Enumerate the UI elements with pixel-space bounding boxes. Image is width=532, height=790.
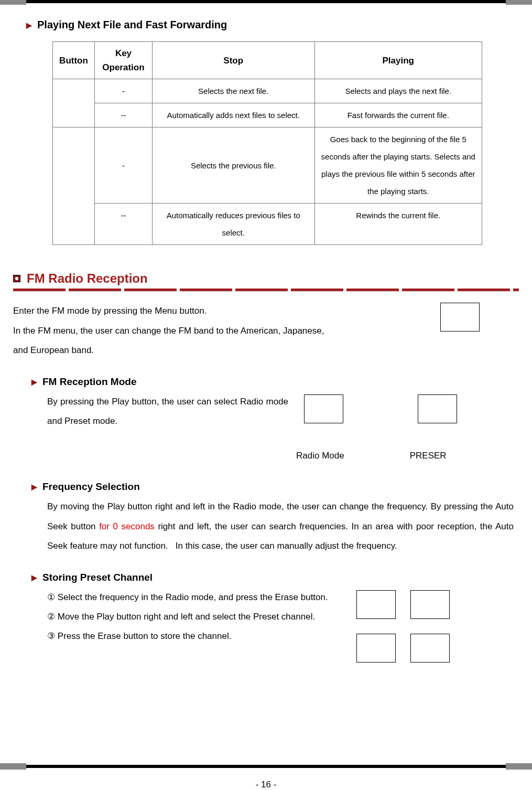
key-op-cell: - xyxy=(94,127,152,204)
playing-cell: Selects and plays the next file. xyxy=(314,79,482,103)
text-line: and European band. xyxy=(13,340,430,360)
stop-cell: Automatically reduces previous files to … xyxy=(152,204,314,245)
table-row: - Selects the next file. Selects and pla… xyxy=(53,79,482,103)
page-content: ▶ Playing Next File and Fast Forwarding … xyxy=(0,3,532,663)
frequency-body: By moving the Play button right and left… xyxy=(47,497,514,556)
col-stop: Stop xyxy=(152,42,314,79)
table-row: -- Automatically adds next files to sele… xyxy=(53,103,482,127)
key-op-cell: - xyxy=(94,79,152,103)
bullet-icon xyxy=(13,275,20,282)
image-placeholder xyxy=(410,590,450,619)
image-placeholder xyxy=(356,590,396,619)
button-cell xyxy=(53,79,95,127)
key-op-cell: -- xyxy=(94,103,152,127)
corner-decor-icon xyxy=(506,0,532,5)
fm-intro-block: Enter the FM mode by pressing the Menu b… xyxy=(13,301,522,360)
arrow-right-icon: ▶ xyxy=(31,378,37,386)
text-line: In the FM menu, the user can change the … xyxy=(13,321,430,340)
image-placeholder xyxy=(440,303,480,332)
step-2: ② Move the Play button right and left an… xyxy=(47,607,341,626)
corner-decor-icon xyxy=(0,0,26,5)
playing-cell: Rewinds the current file. xyxy=(314,204,482,245)
key-operation-table: Button Key Operation Stop Playing - Sele… xyxy=(52,41,482,245)
table-row: - Selects the previous file. Goes back t… xyxy=(53,127,482,204)
heading-text: FM Radio Reception xyxy=(27,271,148,286)
col-button: Button xyxy=(53,42,95,79)
preset-illustrations xyxy=(341,588,450,663)
subheading-frequency: ▶ Frequency Selection xyxy=(31,481,522,493)
mode-label-preset: PRESER xyxy=(410,446,457,465)
subheading-playing-next: ▶ Playing Next File and Fast Forwarding xyxy=(26,19,522,31)
preset-steps: ① Select the frequency in the Radio mode… xyxy=(47,588,341,663)
arrow-right-icon: ▶ xyxy=(26,21,32,29)
text-line: Enter the FM mode by pressing the Menu b… xyxy=(13,301,430,321)
page-bottom-border xyxy=(0,765,532,768)
mode-illustrations: Radio Mode PRESER xyxy=(288,392,457,466)
step-1: ① Select the frequency in the Radio mode… xyxy=(47,588,341,607)
stop-cell: Selects the previous file. xyxy=(152,127,314,204)
mode-label-radio: Radio Mode xyxy=(296,446,344,465)
fm-intro-text: Enter the FM mode by pressing the Menu b… xyxy=(13,301,440,360)
col-key-op: Key Operation xyxy=(94,42,152,79)
heading-text: Playing Next File and Fast Forwarding xyxy=(37,19,227,31)
subheading-preset: ▶ Storing Preset Channel xyxy=(31,572,522,583)
image-placeholder xyxy=(410,634,450,663)
heading-text: FM Reception Mode xyxy=(42,376,136,388)
page-footer: - 16 - xyxy=(0,765,532,790)
page-number: - 16 - xyxy=(0,780,532,790)
step-3: ③ Press the Erase button to store the ch… xyxy=(47,626,341,646)
table-row: -- Automatically reduces previous files … xyxy=(53,204,482,245)
image-placeholder xyxy=(356,634,396,663)
subheading-fm-mode: ▶ FM Reception Mode xyxy=(31,376,522,388)
button-cell xyxy=(53,127,95,245)
corner-decor-icon xyxy=(506,763,532,770)
stop-cell: Automatically adds next files to select. xyxy=(152,103,314,127)
freq-text-red: for 0 seconds xyxy=(99,521,155,531)
fm-mode-body: By pressing the Play button, the user ca… xyxy=(47,392,514,466)
arrow-right-icon: ▶ xyxy=(31,483,37,491)
playing-cell: Goes back to the beginning of the file 5… xyxy=(314,127,482,204)
image-placeholder xyxy=(304,394,343,423)
corner-decor-icon xyxy=(0,763,26,770)
image-placeholder xyxy=(418,394,457,423)
stop-cell: Selects the next file. xyxy=(152,79,314,103)
section-divider xyxy=(13,289,519,292)
playing-cell: Fast forwards the current file. xyxy=(314,103,482,127)
heading-text: Storing Preset Channel xyxy=(42,572,153,583)
key-op-cell: -- xyxy=(94,204,152,245)
table-header-row: Button Key Operation Stop Playing xyxy=(53,42,482,79)
arrow-right-icon: ▶ xyxy=(31,573,37,582)
preset-body: ① Select the frequency in the Radio mode… xyxy=(47,588,514,663)
page-top-border xyxy=(0,0,532,3)
heading-text: Frequency Selection xyxy=(42,481,140,493)
heading-fm-radio: FM Radio Reception xyxy=(13,271,522,286)
col-playing: Playing xyxy=(314,42,482,79)
fm-mode-text: By pressing the Play button, the user ca… xyxy=(47,392,288,431)
